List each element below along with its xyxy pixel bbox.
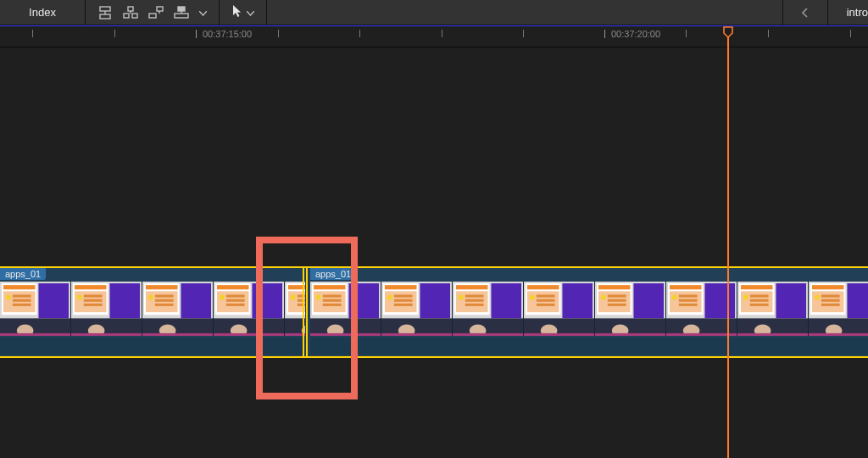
svg-rect-148 [670,291,702,312]
ruler-tick [523,30,524,37]
svg-rect-20 [13,304,31,306]
svg-rect-128 [537,304,555,306]
edit-icon-group [86,0,219,25]
svg-rect-150 [679,294,698,297]
svg-rect-27 [75,285,107,289]
svg-rect-31 [84,299,103,302]
svg-rect-28 [75,291,107,312]
svg-rect-3 [124,14,129,18]
svg-rect-140 [608,304,626,306]
svg-rect-33 [109,283,140,318]
toolbar: Index intro [0,0,868,25]
svg-rect-91 [323,299,342,302]
select-tool-icon [231,4,243,20]
svg-point-53 [220,294,225,299]
ruler-tick [114,30,115,37]
svg-rect-108 [381,333,452,336]
clip-row[interactable]: apps_01 [0,266,868,358]
svg-rect-8 [157,7,163,11]
svg-rect-175 [821,299,840,302]
svg-rect-164 [750,304,769,306]
nav-back-button[interactable] [783,0,827,25]
ruler-tick [850,30,851,37]
connect-icon[interactable] [97,6,113,20]
insert-icon[interactable] [123,6,138,20]
svg-point-113 [459,294,464,299]
timeline-track-area[interactable]: apps_01 [0,47,868,458]
svg-rect-112 [456,291,488,312]
svg-point-161 [743,294,748,299]
svg-rect-151 [679,299,698,302]
svg-rect-0 [100,7,110,11]
svg-rect-57 [252,283,282,318]
svg-point-65 [291,294,296,299]
svg-rect-105 [420,283,450,318]
svg-rect-135 [598,285,631,289]
svg-rect-171 [812,285,844,289]
project-title[interactable]: intro [828,0,868,25]
svg-rect-152 [679,304,698,306]
svg-rect-126 [537,294,555,297]
clip-thumbnail [142,282,214,336]
svg-rect-144 [595,333,665,336]
project-title-text: intro [847,6,868,19]
svg-rect-56 [226,304,245,306]
svg-rect-11 [178,7,185,11]
append-icon[interactable] [148,6,164,20]
chevron-left-icon [801,8,809,18]
svg-rect-39 [146,285,178,289]
clip-thumbnail [0,282,71,336]
svg-rect-92 [323,304,342,306]
svg-rect-168 [737,333,808,336]
ruler-tick-major [604,30,605,38]
overwrite-icon[interactable] [174,6,189,20]
svg-rect-32 [84,304,103,306]
svg-point-17 [6,294,11,299]
svg-rect-55 [226,299,245,302]
svg-rect-159 [741,285,773,289]
clip[interactable]: apps_01 [0,268,305,356]
clip[interactable]: apps_01 [310,268,868,356]
svg-rect-139 [608,299,626,302]
svg-rect-36 [71,333,142,336]
svg-rect-40 [146,291,178,312]
clip-label: apps_01 [310,268,356,280]
svg-rect-103 [394,299,413,302]
svg-rect-136 [598,291,631,312]
svg-rect-88 [314,291,346,312]
clip-audio-band [0,338,305,355]
svg-rect-176 [821,304,840,306]
edit-point[interactable] [303,266,308,358]
ruler-tick-major [196,30,197,38]
clip-filmstrip [0,282,305,336]
svg-rect-90 [323,294,342,297]
index-button[interactable]: Index [0,0,85,25]
clip-thumbnail [214,282,285,336]
svg-rect-7 [149,14,156,18]
svg-rect-160 [741,291,773,312]
svg-rect-141 [633,283,664,318]
svg-point-29 [77,294,82,299]
toolbar-spacer [267,0,782,25]
ruler-tick [359,30,360,37]
svg-rect-116 [465,304,484,306]
svg-rect-180 [809,333,868,336]
svg-rect-4 [132,14,137,18]
svg-rect-111 [456,285,488,289]
clip-thumbnail [737,282,809,336]
ruler-tick [442,30,442,37]
svg-rect-153 [704,283,735,318]
svg-point-41 [148,294,153,299]
chevron-down-icon[interactable] [199,6,207,19]
svg-rect-48 [142,333,213,336]
svg-rect-123 [527,285,559,289]
svg-rect-129 [562,283,593,318]
svg-rect-162 [750,294,769,297]
index-label: Index [29,6,56,19]
svg-rect-42 [155,294,174,297]
ruler-tick [768,30,769,37]
svg-point-173 [815,294,820,299]
svg-point-137 [601,294,606,299]
timeline-ruler[interactable]: 00:37:15:0000:37:20:00 [0,25,868,47]
tool-selector[interactable] [220,0,266,25]
